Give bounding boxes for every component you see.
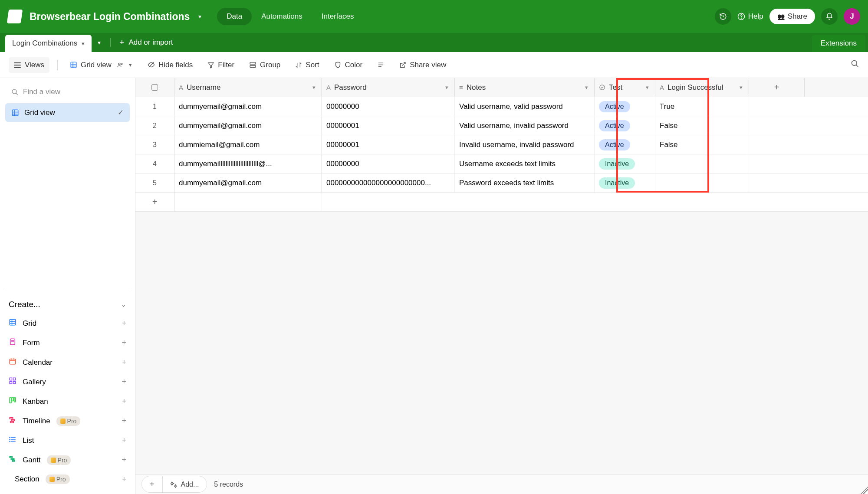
cell-notes[interactable]: Valid username, valid password <box>455 97 595 116</box>
plus-icon[interactable]: + <box>122 319 126 328</box>
create-view-gantt[interactable]: GanttPro+ <box>5 450 130 470</box>
extensions-button[interactable]: Extensions <box>812 35 865 52</box>
cell-password[interactable]: 00000001 <box>322 135 455 154</box>
create-section-header[interactable]: Create... ⌄ <box>5 295 130 314</box>
column-header-notes[interactable]: ≡ Notes ▾ <box>455 78 595 97</box>
svg-point-47 <box>10 437 10 438</box>
color-button[interactable]: Color <box>331 58 366 72</box>
cell-notes[interactable]: Password exceeds text limits <box>455 173 595 192</box>
cell-test[interactable]: Active <box>595 135 655 154</box>
column-header-test[interactable]: Test ▾ <box>595 78 655 97</box>
create-view-grid[interactable]: Grid+ <box>5 314 130 333</box>
search-records-button[interactable] <box>851 59 859 70</box>
table-row[interactable]: 1dummyemail@gmail.com00000000Valid usern… <box>135 97 868 116</box>
cell-test[interactable]: Inactive <box>595 154 655 173</box>
cell-notes[interactable]: Valid username, invalid password <box>455 116 595 135</box>
cell-username[interactable]: dummyemail@gmail.com <box>174 173 322 192</box>
create-view-form[interactable]: Form+ <box>5 333 130 353</box>
footer-add-record-button[interactable]: + <box>142 476 163 492</box>
table-tab-more-chevron-icon[interactable]: ▾ <box>92 36 107 49</box>
tab-automations[interactable]: Automations <box>252 8 312 25</box>
view-item-grid[interactable]: Grid view ✓ <box>5 103 130 122</box>
create-view-timeline[interactable]: TimelinePro+ <box>5 411 130 431</box>
create-view-section[interactable]: SectionPro+ <box>5 470 130 489</box>
chevron-down-icon[interactable]: ▾ <box>82 40 85 47</box>
sort-button[interactable]: Sort <box>292 58 322 72</box>
row-number[interactable]: 3 <box>135 135 174 154</box>
history-button[interactable] <box>715 8 731 25</box>
column-header-login-successful[interactable]: A Login Successful ▾ <box>655 78 749 97</box>
plus-icon[interactable]: + <box>122 416 126 425</box>
notifications-button[interactable] <box>821 8 838 25</box>
cell-password[interactable]: 000000000000000000000000... <box>322 173 455 192</box>
cell-password[interactable]: 00000000 <box>322 154 455 173</box>
create-view-list[interactable]: List+ <box>5 431 130 450</box>
cell-password[interactable]: 00000001 <box>322 116 455 135</box>
add-row-plus[interactable]: + <box>135 193 174 211</box>
cell-login-successful[interactable]: False <box>655 135 749 154</box>
chevron-down-icon[interactable]: ▾ <box>583 82 590 92</box>
cell-username[interactable]: dummyemail@gmail.com <box>174 97 322 116</box>
group-button[interactable]: Group <box>246 58 284 72</box>
add-field-button[interactable]: + <box>749 78 805 97</box>
cell-notes[interactable]: Username exceeds text limits <box>455 154 595 173</box>
plus-icon[interactable]: + <box>122 397 126 406</box>
column-header-username[interactable]: A Username ▾ <box>174 78 322 97</box>
footer-add-menu-button[interactable]: Add... <box>163 477 207 492</box>
select-all-checkbox[interactable] <box>135 78 174 97</box>
cell-test[interactable]: Inactive <box>595 173 655 192</box>
row-number[interactable]: 2 <box>135 116 174 135</box>
cell-login-successful[interactable]: False <box>655 116 749 135</box>
chevron-down-icon[interactable]: ▾ <box>311 82 317 92</box>
filter-button[interactable]: Filter <box>204 58 238 72</box>
row-number[interactable]: 4 <box>135 154 174 173</box>
cell-test[interactable]: Active <box>595 97 655 116</box>
cell-username[interactable]: dummyemail@gmail.com <box>174 116 322 135</box>
column-header-password[interactable]: A Password ▾ <box>322 78 455 97</box>
create-view-calendar[interactable]: Calendar+ <box>5 353 130 372</box>
views-toggle[interactable]: Views <box>9 57 49 73</box>
plus-icon[interactable]: + <box>122 338 126 347</box>
cell-password[interactable]: 00000000 <box>322 97 455 116</box>
cell-login-successful[interactable] <box>655 154 749 173</box>
base-title[interactable]: Browserbear Login Combinations <box>30 11 190 23</box>
find-view-input[interactable]: Find a view <box>5 83 130 101</box>
tab-interfaces[interactable]: Interfaces <box>312 8 364 25</box>
row-number[interactable]: 5 <box>135 173 174 192</box>
app-logo[interactable] <box>7 10 23 23</box>
chevron-down-icon[interactable]: ▾ <box>129 62 132 68</box>
create-view-kanban[interactable]: Kanban+ <box>5 392 130 411</box>
chevron-down-icon[interactable]: ▾ <box>444 82 450 92</box>
table-row[interactable]: 4dummyemaillllllllllllllllllllllll@...00… <box>135 154 868 173</box>
plus-icon[interactable]: + <box>122 436 126 445</box>
chevron-down-icon[interactable]: ▾ <box>644 82 651 92</box>
row-height-button[interactable] <box>374 59 388 71</box>
cell-username[interactable]: dummyemaillllllllllllllllllllllll@... <box>174 154 322 173</box>
create-view-gallery[interactable]: Gallery+ <box>5 372 130 392</box>
plus-icon[interactable]: + <box>122 475 126 484</box>
current-view-button[interactable]: Grid view ▾ <box>66 58 136 72</box>
add-row[interactable]: + <box>135 193 868 212</box>
share-view-button[interactable]: Share view <box>396 58 450 72</box>
plus-icon[interactable]: + <box>122 377 126 386</box>
chevron-down-icon[interactable]: ▾ <box>738 82 744 92</box>
account-avatar[interactable]: J <box>844 8 860 25</box>
table-tab-active[interactable]: Login Combinations ▾ <box>5 35 92 52</box>
row-number[interactable]: 1 <box>135 97 174 116</box>
base-menu-chevron-icon[interactable]: ▾ <box>194 10 206 23</box>
plus-icon[interactable]: + <box>122 358 126 367</box>
cell-test[interactable]: Active <box>595 116 655 135</box>
cell-username[interactable]: dummiemail@gmail.com <box>174 135 322 154</box>
hide-fields-button[interactable]: Hide fields <box>144 58 196 72</box>
plus-icon[interactable]: + <box>122 455 126 465</box>
cell-notes[interactable]: Invalid username, invalid password <box>455 135 595 154</box>
add-or-import-button[interactable]: + Add or import <box>114 34 178 51</box>
help-button[interactable]: Help <box>737 12 763 21</box>
table-row[interactable]: 5dummyemail@gmail.com0000000000000000000… <box>135 173 868 193</box>
cell-login-successful[interactable] <box>655 173 749 192</box>
table-row[interactable]: 2dummyemail@gmail.com00000001Valid usern… <box>135 116 868 135</box>
cell-login-successful[interactable]: True <box>655 97 749 116</box>
tab-data[interactable]: Data <box>217 8 252 25</box>
share-button[interactable]: Share <box>769 9 815 24</box>
table-row[interactable]: 3dummiemail@gmail.com00000001Invalid use… <box>135 135 868 154</box>
